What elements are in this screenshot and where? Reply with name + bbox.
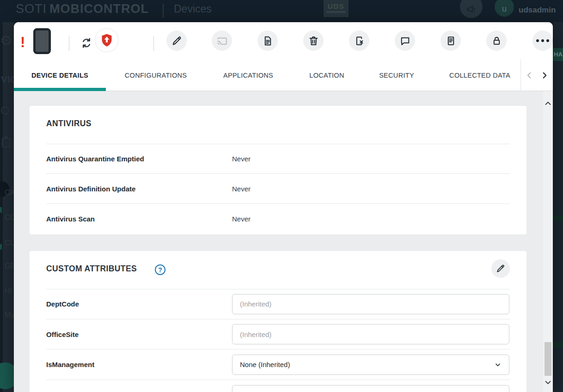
antivirus-row: Antivirus Quarantine Emptied Never xyxy=(46,144,510,174)
row-label: Antivirus Definition Update xyxy=(46,185,232,193)
chevron-up-icon xyxy=(544,99,552,107)
custom-attributes-section-title: CUSTOM ATTRIBUTES xyxy=(46,264,137,274)
custom-attribute-row: IsManagement None (Inherited) xyxy=(46,349,510,380)
background-clipboard-icon xyxy=(2,138,10,147)
antivirus-row: Antivirus Scan Never xyxy=(46,204,510,234)
settings-gear-icon: ⚙ xyxy=(0,32,12,49)
vertical-scrollbar[interactable] xyxy=(543,91,553,392)
pencil-icon xyxy=(496,263,506,274)
brand-divider xyxy=(163,4,164,18)
ellipsis-icon xyxy=(536,39,549,42)
background-panel-title-fragment: VIC xyxy=(1,74,14,85)
chat-bubble-icon xyxy=(399,35,411,47)
more-actions-button[interactable] xyxy=(532,31,553,51)
chevron-down-icon xyxy=(544,379,552,386)
uds-logo: UDS xyxy=(324,0,349,17)
background-right-band xyxy=(553,342,563,348)
chevron-right-icon xyxy=(539,70,550,80)
pencil-icon xyxy=(171,35,183,47)
custom-attribute-input[interactable] xyxy=(232,385,509,392)
lock-icon xyxy=(491,35,502,47)
tabs-prev-button[interactable] xyxy=(522,59,537,91)
tab-configurations[interactable]: CONFIGURATIONS xyxy=(123,59,188,91)
tabs-next-button[interactable] xyxy=(537,59,552,91)
row-label: Antivirus Scan xyxy=(46,215,232,223)
section-title: Devices xyxy=(174,3,212,15)
threat-shield-icon xyxy=(100,33,113,48)
uds-logo-subtext xyxy=(326,11,346,13)
file-actions-button[interactable] xyxy=(257,31,278,51)
device-alert-icon: ! xyxy=(20,34,25,51)
username-label: udsadmin xyxy=(519,6,556,15)
scrollbar-thumb[interactable] xyxy=(545,342,551,376)
device-toolbar: ! xyxy=(14,22,553,59)
tabs-divider xyxy=(520,59,521,91)
tab-security[interactable]: SECURITY xyxy=(364,59,429,91)
row-label: OfficeSite xyxy=(46,331,232,338)
notes-button[interactable] xyxy=(441,31,461,51)
officesite-input[interactable] xyxy=(232,324,509,344)
edit-custom-attributes-button[interactable] xyxy=(491,259,510,278)
deptcode-input[interactable] xyxy=(232,294,509,314)
row-value: Never xyxy=(232,185,251,193)
chevron-down-icon xyxy=(494,361,502,368)
tab-device-details[interactable]: DEVICE DETAILS xyxy=(14,59,106,91)
device-details-modal: ! xyxy=(14,22,553,392)
trash-icon xyxy=(308,35,319,47)
tab-applications[interactable]: APPLICATIONS xyxy=(216,59,281,91)
cast-icon xyxy=(216,35,228,47)
row-label: DeptCode xyxy=(46,300,232,308)
custom-attribute-row: DeptCode xyxy=(46,289,510,319)
background-tree-item: CO xyxy=(5,214,14,222)
brand-mobicontrol: MOBICONTROL xyxy=(49,2,149,16)
delete-device-button[interactable] xyxy=(303,31,324,51)
screen: SOTIMOBICONTROL Devices UDS u udsadmin ⚙… xyxy=(0,0,563,392)
row-label: Antivirus Quarantine Emptied xyxy=(46,155,232,163)
row-value: Never xyxy=(232,215,251,223)
tab-location[interactable]: LOCATION xyxy=(294,59,359,91)
send-message-button[interactable] xyxy=(395,31,415,51)
remote-control-button[interactable] xyxy=(212,31,232,51)
background-tree-item: CU xyxy=(5,239,14,247)
brand-soti: SOTI xyxy=(16,2,47,16)
user-avatar[interactable]: u xyxy=(495,0,514,17)
background-tree-item: My xyxy=(5,311,14,319)
row-value: Never xyxy=(232,155,251,163)
background-tree-item: GE xyxy=(5,262,14,270)
brand-logo: SOTIMOBICONTROL xyxy=(16,2,149,16)
selected-value: None (Inherited) xyxy=(240,361,290,368)
document-icon xyxy=(262,35,274,47)
background-circle-icon xyxy=(1,106,9,115)
device-remove-icon xyxy=(354,35,365,47)
background-tree-item: HI xyxy=(5,287,12,295)
scroll-down-button[interactable] xyxy=(543,374,553,391)
row-label: IsManagement xyxy=(46,361,232,368)
wipe-device-button[interactable] xyxy=(349,31,369,51)
device-phone-icon xyxy=(33,28,51,54)
antivirus-row: Antivirus Definition Update Never xyxy=(46,174,510,204)
tab-collected-data[interactable]: COLLECTED DATA xyxy=(443,59,517,91)
top-bar: SOTIMOBICONTROL Devices UDS u udsadmin xyxy=(0,0,563,22)
device-tabs: DEVICE DETAILS CONFIGURATIONS APPLICATIO… xyxy=(14,59,553,91)
background-left-panel: ⚙ VIC ~ CA CO CU GE HI My xyxy=(0,22,14,392)
help-icon[interactable]: ? xyxy=(155,264,165,275)
ismanagement-select[interactable]: None (Inherited) xyxy=(232,355,509,375)
background-right-panel: HA xyxy=(553,22,563,392)
chevron-left-icon xyxy=(524,70,534,80)
antivirus-section-title: ANTIVIRUS xyxy=(46,119,92,129)
background-folder-fragment xyxy=(0,207,2,213)
threat-status-badge[interactable] xyxy=(95,28,119,52)
notes-icon xyxy=(445,35,457,47)
background-squiggle: ~ xyxy=(6,172,10,180)
lock-device-button[interactable] xyxy=(486,31,507,51)
megaphone-icon xyxy=(465,3,477,15)
background-right-tag: HA xyxy=(553,48,563,61)
custom-attribute-row xyxy=(46,380,510,392)
custom-attribute-row: OfficeSite xyxy=(46,319,510,349)
background-right-band xyxy=(553,215,563,220)
toolbar-divider xyxy=(69,36,69,51)
refresh-button[interactable] xyxy=(79,35,94,51)
announcements-button[interactable] xyxy=(460,0,483,18)
scroll-up-button[interactable] xyxy=(543,95,553,111)
edit-device-button[interactable] xyxy=(166,31,187,51)
